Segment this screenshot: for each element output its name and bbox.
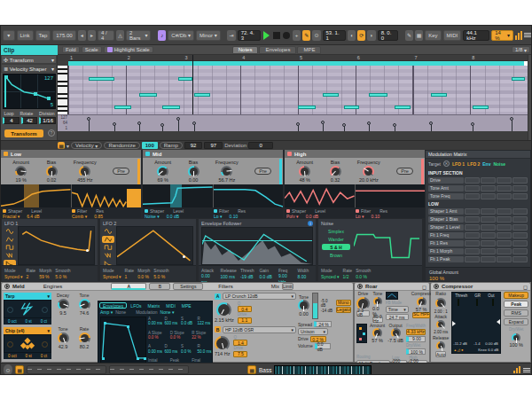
filter-enable-checkbox[interactable] (356, 209, 359, 213)
matrix-cell[interactable] (465, 208, 480, 215)
comp-drywet-knob[interactable] (512, 333, 520, 342)
lane-mode-select[interactable]: Velocity ▾ (71, 142, 102, 149)
velocity-stem[interactable] (512, 119, 512, 131)
matrix-cell[interactable] (512, 193, 528, 200)
legato-button[interactable]: Legato (336, 307, 351, 313)
matrix-target-lfo2[interactable]: LFO 2 (467, 161, 480, 167)
midi-note[interactable] (298, 106, 316, 109)
meld-tab-mpe[interactable]: MPE (179, 302, 194, 309)
randomize-button[interactable]: Randomize (104, 142, 139, 149)
meld-knob-value[interactable]: 80.2 (80, 344, 90, 349)
wave-icon-3[interactable] (4, 252, 16, 259)
sc-hpf-button[interactable]: SC HPF (412, 312, 430, 318)
track-clip-button[interactable]: ▦ (247, 365, 256, 374)
midi-note[interactable] (395, 106, 411, 109)
matrix-cell[interactable] (465, 256, 480, 262)
metronome-icon[interactable]: ◬ (116, 30, 124, 41)
velocity-stem[interactable] (178, 119, 179, 131)
band-header[interactable]: Low (1, 150, 141, 158)
noise-mode-value[interactable]: Synced ▾ (321, 274, 340, 279)
transform-tool-select[interactable]: ≣ Velocity Shaper▾ (1, 64, 57, 73)
matrix-row-label[interactable]: Shaper 1 Bias (428, 216, 464, 223)
meld-tab-settings[interactable]: Settings (173, 283, 203, 290)
matrix-row-label[interactable]: Shaper 1 Amt (428, 208, 464, 215)
matrix-cell[interactable] (481, 248, 496, 254)
matrix-cell[interactable] (512, 248, 528, 254)
scale-mode-select[interactable]: Minor ▾ (196, 30, 221, 41)
roar-freq-value[interactable]: 4.33 kHz (406, 329, 426, 335)
midi-note[interactable] (369, 93, 387, 97)
randomize-amount[interactable]: 100 (142, 142, 158, 149)
record-button[interactable] (283, 30, 291, 41)
frequency-knob[interactable] (79, 166, 90, 177)
env-param[interactable]: R Slope22 % (192, 331, 212, 340)
arrangement-overview-lane1[interactable] (27, 365, 106, 374)
arrangement-position[interactable]: 72. 4. 3 (238, 30, 261, 41)
filter-b-freq-value[interactable]: 714 Hz (215, 351, 230, 356)
matrix-cell[interactable] (465, 177, 480, 184)
roar-tone-freq[interactable]: 80.0 Hz (372, 317, 383, 323)
engine-a-oct[interactable]: 0 oct (8, 319, 17, 324)
matrix-cell[interactable] (465, 248, 480, 254)
envf-thresh-value[interactable]: -19 dB (240, 274, 256, 279)
session-toggle-icon[interactable]: ⊙ (4, 364, 12, 375)
knob-value[interactable]: 0.00 (189, 177, 199, 183)
tap-tempo-button[interactable]: Tap (35, 30, 51, 41)
engine-b-macro2-knob[interactable] (42, 341, 48, 348)
roar-drive-value[interactable]: 2.3 dB (356, 310, 370, 317)
draw-mode-icon[interactable]: ✎ (302, 30, 310, 41)
mix-tone-knob[interactable] (298, 300, 309, 311)
tab-mpe[interactable]: MPE (297, 46, 321, 54)
meld-tone-knob[interactable] (79, 299, 90, 310)
roar-output-value[interactable]: -7.5 dB (387, 338, 403, 343)
noise-type-brown[interactable]: Brown (322, 252, 350, 258)
pre-button[interactable]: Pre (254, 168, 271, 175)
env-param-value[interactable]: 0.0 % (170, 335, 191, 340)
mix-volume-value[interactable]: -5.0 dB (321, 299, 333, 309)
options-dropdown[interactable]: ▾ (3, 30, 15, 41)
matrix-cell[interactable] (497, 248, 512, 254)
pre-button[interactable]: Pre (113, 168, 129, 175)
meld-tab-midi[interactable]: MIDI (163, 302, 178, 309)
scale-icon[interactable]: ♪ (158, 30, 166, 41)
env-param[interactable]: D600 ms (165, 317, 180, 326)
lfo1-smooth-value[interactable]: 5.0 % (55, 274, 70, 279)
loop-start-field[interactable]: 53. 1. 1 (323, 30, 346, 41)
roar-width-value[interactable]: 9.00 (406, 336, 426, 342)
env-param[interactable]: S0.0 dB (181, 317, 196, 326)
meld-tab-envelopes[interactable]: Envelopes (99, 302, 127, 309)
lane-collapse-icon[interactable]: ▾ (66, 143, 69, 149)
piano-keys[interactable] (58, 66, 68, 114)
matrix-cell[interactable] (512, 177, 528, 184)
velocity-marker[interactable] (321, 121, 325, 124)
lfo2-morph-value[interactable]: 0.0 % (137, 274, 150, 279)
compressor-power-button[interactable] (434, 284, 439, 289)
midi-note[interactable] (473, 106, 489, 109)
release-knob[interactable] (436, 341, 445, 350)
division-param-value[interactable]: 1/16 (39, 117, 56, 124)
matrix-cell[interactable] (512, 216, 528, 223)
env-param-value[interactable]: 22 % (192, 335, 212, 340)
matrix-row-label[interactable]: Flt 1 Morph (428, 248, 464, 254)
noise-rate-value[interactable]: 1/2 (343, 274, 353, 279)
midi-note[interactable] (178, 77, 192, 81)
roar-drive-knob[interactable] (356, 297, 370, 310)
highlight-scale-toggle[interactable]: Highlight Scale (104, 46, 153, 53)
knob-value[interactable]: 56.7 Hz (218, 177, 235, 183)
out-value[interactable]: 0.00 dB (485, 341, 497, 346)
bias-knob[interactable] (188, 166, 200, 177)
env-param-value[interactable]: 600 ms (165, 321, 180, 325)
lfo1-display[interactable] (18, 226, 95, 265)
stop-button[interactable] (272, 30, 280, 41)
info-icon[interactable]: i (308, 221, 313, 226)
meld-tab-matrix[interactable]: Matrix (145, 302, 163, 309)
engine-a-select[interactable]: Tarp▾ (4, 293, 51, 300)
meld-tab-a[interactable]: A (111, 283, 146, 290)
matrix-cell[interactable] (465, 193, 480, 200)
matrix-cell[interactable] (497, 240, 512, 246)
lfo2-smooth-value[interactable]: 5.0 % (153, 274, 168, 279)
matrix-cell[interactable] (512, 232, 528, 239)
matrix-cell[interactable] (497, 216, 512, 223)
ratio-knob[interactable] (435, 298, 446, 309)
midi-note[interactable] (194, 93, 210, 97)
